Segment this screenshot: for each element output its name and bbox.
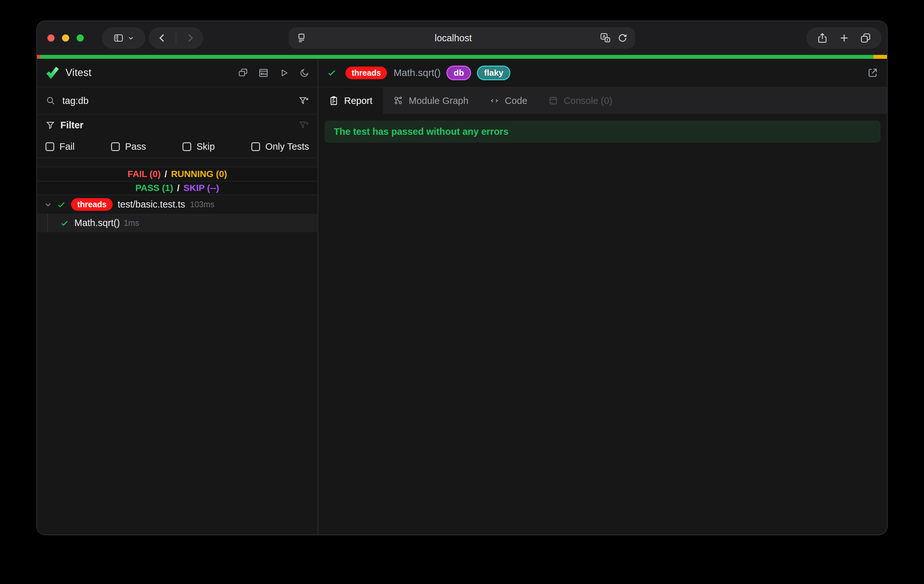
toolbar-actions <box>807 27 881 49</box>
pass-check-icon <box>60 218 69 228</box>
forward-button[interactable] <box>184 32 196 44</box>
test-file-row[interactable]: threads test/basic.test.ts 103ms <box>37 195 317 214</box>
indent-guide <box>47 214 48 232</box>
progress-pending-segment <box>873 55 887 59</box>
translate-button[interactable]: A x <box>600 32 611 44</box>
test-tree: threads test/basic.test.ts 103ms Math.sq… <box>37 195 317 232</box>
code-icon <box>489 96 500 106</box>
tab-code[interactable]: Code <box>479 88 538 114</box>
svg-text:x: x <box>607 38 609 41</box>
tag-db: db <box>446 66 471 80</box>
tab-module-graph-label: Module Graph <box>409 96 469 106</box>
test-detail-panel: threads Math.sqrt() db flaky <box>318 59 887 534</box>
tab-code-label: Code <box>505 96 527 106</box>
tab-report-label: Report <box>344 96 372 106</box>
pass-check-icon <box>56 200 66 210</box>
open-external-button[interactable] <box>867 67 879 79</box>
clear-search-button[interactable] <box>299 96 309 106</box>
url-bar[interactable]: localhost A x <box>289 27 635 49</box>
page-format-button[interactable] <box>296 33 307 43</box>
collapse-panels-button[interactable] <box>238 68 248 78</box>
pool-badge: threads <box>345 66 387 79</box>
summary-row-pass-skip: PASS (1) / SKIP (--) <box>37 181 317 195</box>
progress-pass-segment <box>40 55 873 59</box>
test-summary: FAIL (0) / RUNNING (0) PASS (1) / SKIP (… <box>37 167 317 195</box>
detail-header: threads Math.sqrt() db flaky <box>318 59 887 88</box>
filter-option-pass: Pass <box>111 141 146 152</box>
console-icon <box>548 96 558 106</box>
vitest-logo-icon <box>45 65 60 80</box>
running-count: RUNNING (0) <box>171 169 227 179</box>
search-input[interactable] <box>62 96 299 106</box>
filter-options-row: Fail Pass Skip Only Tests <box>37 136 317 158</box>
pass-count: PASS (1) <box>135 183 173 193</box>
summary-row-fail-running: FAIL (0) / RUNNING (0) <box>37 167 317 181</box>
traffic-lights <box>48 35 84 41</box>
pass-checkbox[interactable] <box>111 142 120 151</box>
search-icon <box>45 96 56 106</box>
clipboard-icon <box>328 96 339 106</box>
tab-overview-button[interactable] <box>860 32 871 44</box>
fail-count: FAIL (0) <box>128 169 161 179</box>
filter-option-only-tests: Only Tests <box>251 141 309 152</box>
test-file-duration: 103ms <box>190 200 214 209</box>
tab-console[interactable]: Console (0) <box>538 88 623 114</box>
only-tests-checkbox[interactable] <box>251 142 260 151</box>
run-all-button[interactable] <box>279 68 289 78</box>
nav-buttons <box>149 27 203 49</box>
tab-console-label: Console (0) <box>564 96 612 106</box>
pass-check-icon <box>327 68 337 78</box>
only-tests-checkbox-label: Only Tests <box>265 141 309 152</box>
tab-report[interactable]: Report <box>318 88 383 114</box>
filter-option-skip: Skip <box>183 141 214 152</box>
detail-test-name: Math.sqrt() <box>393 67 441 78</box>
sidebar-icon <box>113 33 124 43</box>
dark-mode-toggle-button[interactable] <box>299 68 310 78</box>
summary-separator: / <box>177 183 180 193</box>
test-progress-bar <box>37 55 887 59</box>
test-case-duration: 1ms <box>124 218 139 228</box>
pass-checkbox-label: Pass <box>125 141 146 152</box>
tag-flaky: flaky <box>477 66 510 80</box>
test-case-row[interactable]: Math.sqrt() 1ms <box>37 214 317 232</box>
pool-badge: threads <box>71 198 113 211</box>
browser-toolbar: localhost A x <box>37 21 887 55</box>
new-tab-button[interactable] <box>838 32 850 44</box>
skip-checkbox-label: Skip <box>196 141 214 152</box>
app-title: Vitest <box>66 67 92 79</box>
detail-tabs: Report Module Graph <box>318 88 887 114</box>
share-button[interactable] <box>817 32 828 44</box>
report-content: The test has passed without any errors <box>318 114 887 534</box>
test-file-name: test/basic.test.ts <box>117 199 185 210</box>
browser-window: localhost A x <box>36 20 888 535</box>
url-text[interactable]: localhost <box>307 33 600 43</box>
test-explorer-sidebar: Vitest <box>37 59 318 534</box>
chevron-down-icon[interactable] <box>43 200 53 209</box>
dashboard-button[interactable] <box>258 68 269 78</box>
progress-fail-segment <box>37 55 40 59</box>
reload-button[interactable] <box>617 33 628 43</box>
sidebar-toggle-button[interactable] <box>102 27 145 49</box>
test-passed-banner: The test has passed without any errors <box>325 121 881 142</box>
minimize-window-button[interactable] <box>62 35 69 41</box>
fullscreen-window-button[interactable] <box>77 35 84 41</box>
sidebar-header: Vitest <box>37 59 317 88</box>
close-window-button[interactable] <box>48 35 54 41</box>
skip-count: SKIP (--) <box>183 183 219 193</box>
tab-module-graph[interactable]: Module Graph <box>383 88 479 114</box>
funnel-icon <box>45 120 55 130</box>
module-graph-icon <box>393 96 404 106</box>
filter-option-fail: Fail <box>45 141 75 152</box>
filter-heading: Filter <box>60 120 83 131</box>
summary-separator: / <box>165 169 167 179</box>
chevron-down-icon <box>127 35 134 41</box>
fail-checkbox[interactable] <box>45 142 54 151</box>
nav-divider <box>176 32 176 44</box>
test-case-name: Math.sqrt() <box>74 218 120 228</box>
back-button[interactable] <box>157 32 168 44</box>
filter-heading-row: Filter <box>37 115 317 136</box>
fail-checkbox-label: Fail <box>59 141 75 152</box>
search-row <box>37 88 317 115</box>
clear-filter-button[interactable] <box>299 120 309 130</box>
skip-checkbox[interactable] <box>183 142 191 151</box>
